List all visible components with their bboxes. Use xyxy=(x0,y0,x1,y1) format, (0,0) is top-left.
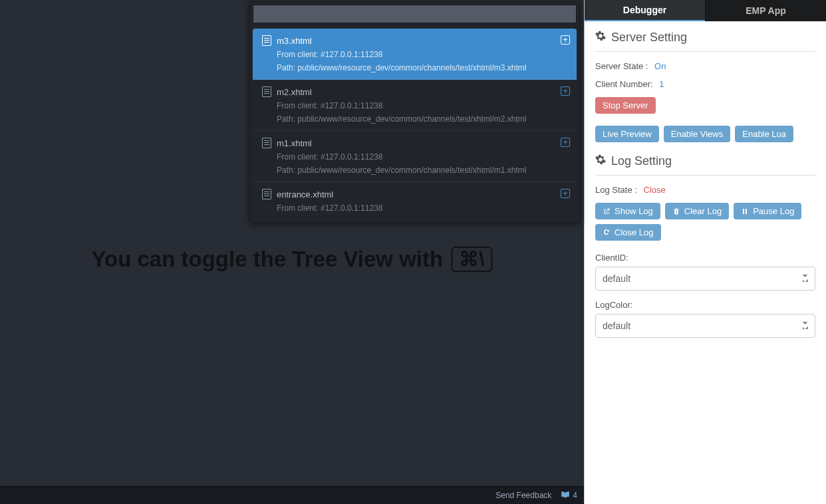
server-actions-row: Live Preview Enable Views Enable Lua xyxy=(595,126,815,142)
send-feedback-label: Send Feedback xyxy=(495,491,551,500)
log-setting-label: Log Setting xyxy=(611,154,672,168)
server-state-value: On xyxy=(654,61,666,71)
palette-item[interactable]: entrance.xhtml + From client: #127.0.0.1… xyxy=(253,182,577,219)
log-actions-row: Show Log Clear Log Pause Log Close Log xyxy=(595,203,815,241)
external-icon xyxy=(603,207,611,215)
clientid-select[interactable]: default xyxy=(595,267,815,291)
palette-item-title: m1.xhtml xyxy=(277,138,312,148)
palette-item[interactable]: m2.xhtml + From client: #127.0.0.1:11238… xyxy=(253,80,577,131)
clear-log-button[interactable]: Clear Log xyxy=(665,203,729,219)
palette-item-path: Path: public/www/resource_dev/common/cha… xyxy=(262,114,569,124)
file-icon xyxy=(262,86,271,97)
log-setting-title: Log Setting xyxy=(595,154,815,176)
server-state-row: Server State : On xyxy=(595,61,815,71)
palette-item-title: m3.xhtml xyxy=(277,36,312,46)
palette-item-from: From client: #127.0.0.1:11238 xyxy=(262,50,569,59)
notifications-button[interactable]: 4 xyxy=(561,491,577,501)
tab-emp-app[interactable]: EMP App xyxy=(705,0,826,21)
editor-hint-text: You can toggle the Tree View with xyxy=(91,247,443,272)
live-preview-button[interactable]: Live Preview xyxy=(595,126,659,142)
palette-item-from: From client: #127.0.0.1:11238 xyxy=(262,203,569,213)
tab-debugger-label: Debugger xyxy=(623,5,666,15)
palette-item[interactable]: m3.xhtml + From client: #127.0.0.1:11238… xyxy=(253,29,577,80)
editor-hint: You can toggle the Tree View with ⌘\ xyxy=(91,247,492,272)
server-setting-label: Server Setting xyxy=(611,31,687,45)
gear-icon xyxy=(595,154,606,168)
palette-item-from: From client: #127.0.0.1:11238 xyxy=(262,101,569,110)
side-panel: Debugger EMP App Server Setting Server S… xyxy=(584,0,826,504)
gear-icon xyxy=(595,31,606,45)
file-icon xyxy=(262,138,271,148)
notifications-count: 4 xyxy=(573,491,577,500)
logcolor-label: LogColor: xyxy=(595,300,815,310)
plus-icon[interactable]: + xyxy=(561,189,570,198)
panel-body: Server Setting Server State : On Client … xyxy=(585,21,826,504)
tab-debugger[interactable]: Debugger xyxy=(585,0,705,21)
log-state-row: Log State : Close xyxy=(595,185,815,195)
client-number-value: 1 xyxy=(659,79,664,89)
plus-icon[interactable]: + xyxy=(561,35,570,45)
file-icon xyxy=(262,189,271,199)
editor-body: You can toggle the Tree View with ⌘\ m3.… xyxy=(0,0,584,486)
pause-log-button[interactable]: Pause Log xyxy=(734,203,801,219)
editor-pane: You can toggle the Tree View with ⌘\ m3.… xyxy=(0,0,584,504)
plus-icon[interactable]: + xyxy=(561,86,570,96)
send-feedback-button[interactable]: Send Feedback xyxy=(495,491,551,500)
plus-icon[interactable]: + xyxy=(561,138,570,147)
palette-list: m3.xhtml + From client: #127.0.0.1:11238… xyxy=(253,29,577,219)
logcolor-select[interactable]: default xyxy=(595,314,815,338)
command-palette: m3.xhtml + From client: #127.0.0.1:11238… xyxy=(249,1,580,223)
palette-item-title: entrance.xhtml xyxy=(277,189,333,199)
close-log-button[interactable]: Close Log xyxy=(595,224,661,241)
palette-search-input[interactable] xyxy=(253,5,577,23)
file-icon xyxy=(262,35,271,46)
palette-item-title: m2.xhtml xyxy=(277,87,312,97)
trash-icon xyxy=(672,207,680,215)
enable-views-button[interactable]: Enable Views xyxy=(664,126,731,142)
log-state-value: Close xyxy=(644,185,666,195)
log-state-label: Log State : xyxy=(595,185,637,195)
editor-hint-key: ⌘\ xyxy=(451,247,492,272)
palette-item-path: Path: public/www/resource_dev/common/cha… xyxy=(262,166,569,175)
tab-emp-app-label: EMP App xyxy=(746,5,786,16)
show-log-button[interactable]: Show Log xyxy=(595,203,660,219)
enable-lua-button[interactable]: Enable Lua xyxy=(735,126,793,142)
palette-item-path: Path: public/www/resource_dev/common/cha… xyxy=(262,63,569,72)
clientid-label: ClientID: xyxy=(595,253,815,263)
client-number-label: Client Number: xyxy=(595,79,653,89)
server-button-row: Stop Server xyxy=(595,97,815,114)
client-number-row: Client Number: 1 xyxy=(595,79,815,89)
server-state-label: Server State : xyxy=(595,61,648,71)
book-icon xyxy=(561,491,570,501)
server-setting-title: Server Setting xyxy=(595,31,815,52)
palette-item-from: From client: #127.0.0.1:11238 xyxy=(262,152,569,162)
close-log-icon xyxy=(603,229,611,237)
pause-icon xyxy=(741,207,749,215)
panel-tabs: Debugger EMP App xyxy=(585,0,826,21)
palette-item[interactable]: m1.xhtml + From client: #127.0.0.1:11238… xyxy=(253,131,577,182)
stop-server-button[interactable]: Stop Server xyxy=(595,97,656,114)
status-bar: Send Feedback 4 xyxy=(0,486,584,504)
